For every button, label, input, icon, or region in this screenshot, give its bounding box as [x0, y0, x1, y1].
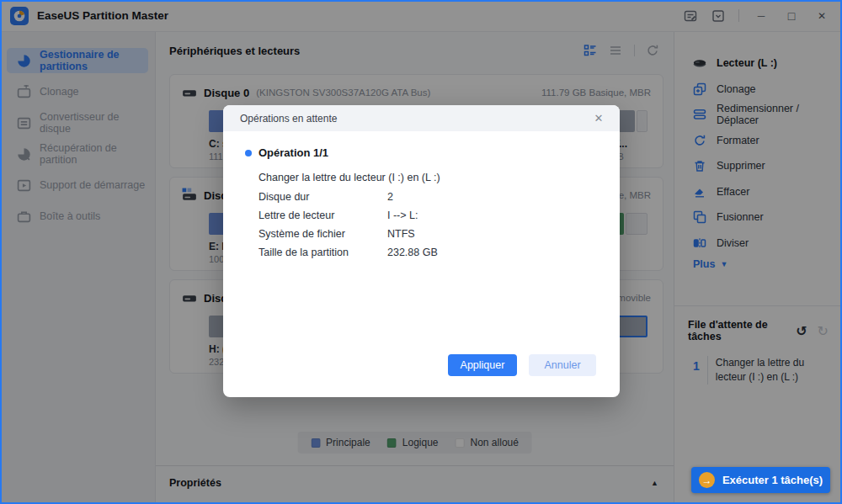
pending-operations-dialog: Opérations en attente ✕ Opération 1/1 Ch…	[223, 105, 620, 397]
detail-row: Lettre de lecteur I --> L:	[258, 210, 620, 221]
app-window: EaseUS Partition Master ─ □ ✕	[0, 0, 842, 504]
detail-row: Taille de la partition 232.88 GB	[258, 247, 620, 258]
bullet-dot-icon	[245, 150, 252, 157]
execute-arrow-icon: →	[699, 472, 715, 488]
operation-description: Changer la lettre du lecteur (I :) en (L…	[258, 172, 620, 183]
operation-details: Disque dur 2 Lettre de lecteur I --> L: …	[258, 192, 620, 258]
dialog-close-icon[interactable]: ✕	[591, 112, 606, 125]
detail-row: Système de fichier NTFS	[258, 229, 620, 240]
cancel-button[interactable]: Annuler	[529, 354, 596, 376]
operation-title: Opération 1/1	[258, 146, 328, 159]
dialog-titlebar: Opérations en attente ✕	[223, 105, 620, 131]
detail-row: Disque dur 2	[258, 192, 620, 203]
execute-tasks-button[interactable]: → Exécuter 1 tâche(s)	[691, 467, 830, 493]
operation-header: Opération 1/1	[258, 146, 620, 159]
apply-button[interactable]: Appliquer	[448, 354, 517, 376]
dialog-title: Opérations en attente	[240, 113, 337, 125]
